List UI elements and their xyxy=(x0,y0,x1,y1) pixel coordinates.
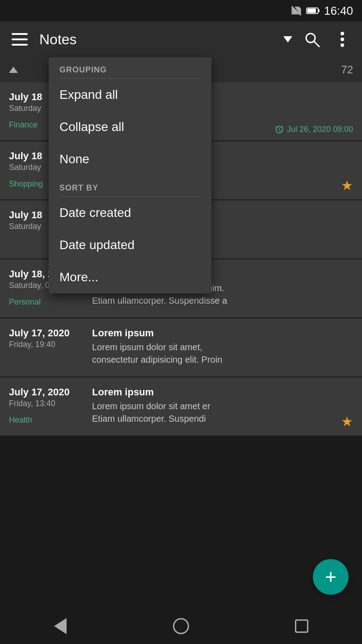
note-tag-6: Health xyxy=(9,415,85,425)
svg-rect-1 xyxy=(318,9,320,12)
svg-rect-3 xyxy=(12,33,28,35)
date-updated-item[interactable]: Date updated xyxy=(49,229,211,261)
note-date-col-6: July 17, 2020 Friday, 13:40 Health xyxy=(9,386,85,427)
note-tag-4: Personal xyxy=(9,297,85,307)
hamburger-icon xyxy=(12,33,28,46)
note-day-5: Friday, 19:40 xyxy=(9,340,85,349)
note-day-6: Friday, 13:40 xyxy=(9,399,85,408)
note-card-6[interactable]: July 17, 2020 Friday, 13:40 Health Lorem… xyxy=(0,377,362,436)
new-note-fab[interactable]: + xyxy=(313,559,349,595)
back-button[interactable] xyxy=(47,613,74,640)
recents-icon xyxy=(295,619,308,633)
chevron-up-icon[interactable] xyxy=(9,67,18,73)
note-date-6: July 17, 2020 xyxy=(9,386,85,398)
hamburger-menu-button[interactable] xyxy=(9,29,30,50)
svg-rect-4 xyxy=(12,38,28,40)
sim-icon xyxy=(290,4,303,17)
none-item[interactable]: None xyxy=(49,143,211,175)
note-body-5: Lorem ipsum dolor sit amet,consectetur a… xyxy=(92,341,353,366)
recents-button[interactable] xyxy=(288,613,315,640)
status-icons: 16:40 xyxy=(290,4,353,18)
note-footer-2: ★ xyxy=(341,178,353,193)
alarm-text-1: Jul 26, 2020 09:00 xyxy=(287,125,353,134)
alarm-badge-1: Jul 26, 2020 09:00 xyxy=(274,124,353,134)
note-title-6: Lorem ipsum xyxy=(92,386,353,398)
app-bar: Notes xyxy=(0,21,362,57)
home-icon xyxy=(173,618,189,634)
alarm-icon-1 xyxy=(274,124,284,134)
note-card-5[interactable]: July 17, 2020 Friday, 19:40 Lorem ipsum … xyxy=(0,318,362,377)
date-created-item[interactable]: Date created xyxy=(49,197,211,229)
search-icon xyxy=(304,31,320,47)
dropdown-menu: GROUPING Expand all Collapse all None SO… xyxy=(49,57,211,293)
group-header-left xyxy=(9,67,18,73)
svg-point-10 xyxy=(341,43,344,47)
star-icon-6: ★ xyxy=(341,414,353,429)
svg-line-7 xyxy=(314,42,319,47)
title-dropdown-arrow xyxy=(283,36,292,42)
more-item[interactable]: More... xyxy=(49,261,211,293)
note-footer-6: ★ xyxy=(341,414,353,429)
note-content-6: Lorem ipsum Lorem ipsum dolor sit amet e… xyxy=(92,386,353,427)
grouping-header: GROUPING xyxy=(49,57,211,78)
status-bar: 16:40 xyxy=(0,0,362,21)
battery-icon xyxy=(306,6,320,15)
star-icon-2: ★ xyxy=(341,178,353,193)
more-icon xyxy=(340,31,345,47)
svg-rect-2 xyxy=(307,8,316,13)
app-title: Notes xyxy=(39,31,273,48)
svg-rect-5 xyxy=(12,44,28,46)
home-button[interactable] xyxy=(168,613,194,640)
note-body-6: Lorem ipsum dolor sit amet erEtiam ullam… xyxy=(92,400,353,425)
more-options-button[interactable] xyxy=(332,29,353,50)
sort-by-header: SORT BY xyxy=(49,175,211,196)
fab-plus-icon: + xyxy=(325,567,337,587)
svg-point-9 xyxy=(341,38,344,41)
search-button[interactable] xyxy=(301,29,323,50)
note-date-5: July 17, 2020 xyxy=(9,327,85,339)
note-footer-1: Jul 26, 2020 09:00 xyxy=(274,124,353,134)
note-date-col-5: July 17, 2020 Friday, 19:40 xyxy=(9,327,85,368)
expand-all-item[interactable]: Expand all xyxy=(49,79,211,111)
back-icon xyxy=(54,618,67,634)
svg-point-8 xyxy=(341,32,344,35)
note-title-5: Lorem ipsum xyxy=(92,327,353,339)
status-time: 16:40 xyxy=(324,4,353,18)
note-content-5: Lorem ipsum Lorem ipsum dolor sit amet,c… xyxy=(92,327,353,368)
group-count: 72 xyxy=(341,64,353,76)
bottom-nav xyxy=(0,608,362,644)
collapse-all-item[interactable]: Collapse all xyxy=(49,111,211,143)
